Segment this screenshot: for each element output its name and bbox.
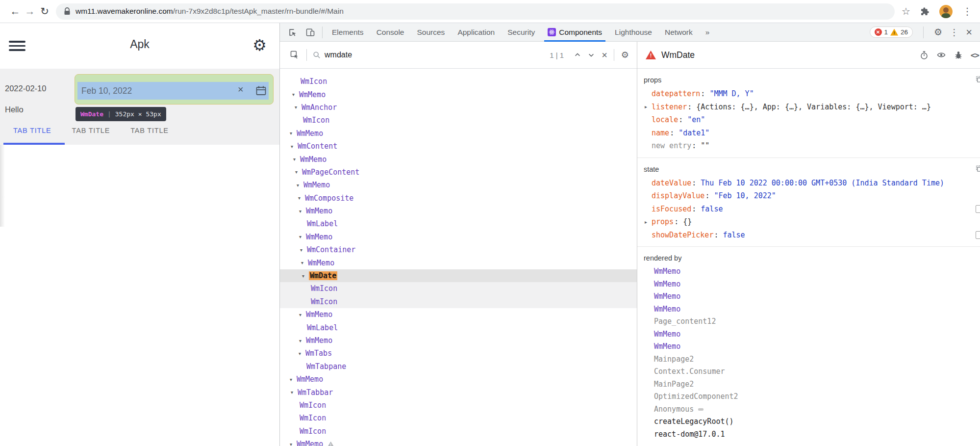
inspect-component-icon[interactable] [286,50,303,60]
tree-row-WmMemo[interactable]: ▾WmMemo [280,308,637,321]
state-row-isFocused[interactable]: isFocused:false [637,203,980,216]
tree-row-WmMemo[interactable]: ▾WmMemo [280,373,637,386]
app-settings-gear-icon[interactable]: ⚙ [252,36,267,54]
tree-row-WmAnchor[interactable]: ▾WmAnchor [280,101,637,114]
expand-arrow-icon[interactable]: ▸ [645,104,652,109]
inspect-element-icon[interactable] [284,27,302,37]
forward-button[interactable]: → [23,5,37,17]
devtools-close-icon[interactable]: × [966,26,972,39]
issues-badge[interactable]: ✕ 1 ! 26 [870,26,913,38]
tree-row-WmComposite[interactable]: ▾WmComposite [280,192,637,205]
log-component-bug-icon[interactable] [954,51,963,60]
tree-row-WmMemo[interactable]: ▾WmMemo [280,205,637,217]
rendered-by-item[interactable]: WmMemo [637,328,980,341]
devtools-tab-application[interactable]: Application [451,23,501,42]
props-row-listener[interactable]: ▸listener:{Actions: {…}, App: {…}, Varia… [637,101,980,114]
components-search-input[interactable]: wmdate [325,51,550,59]
tree-row-WmTabpane[interactable]: WmTabpane [280,360,637,373]
devtools-menu-icon[interactable]: ⋮ [950,27,958,38]
tree-row-WmIcon[interactable]: WmIcon [280,425,637,438]
url-bar[interactable]: wm11.wavemakeronline.com/run-7x9x2d8c1p/… [56,3,895,20]
tree-row-WmIcon[interactable]: WmIcon [280,114,637,127]
tree-row-WmContainer[interactable]: ▾WmContainer [280,243,637,256]
tree-row-WmMemo[interactable]: ▾WmMemo [280,127,637,140]
expander-icon[interactable]: ▾ [297,183,303,188]
tree-row-WmIcon[interactable]: WmIcon [280,399,637,412]
boolean-checkbox[interactable] [976,205,980,213]
tree-row-WmIcon[interactable]: WmIcon [280,412,637,424]
expander-icon[interactable]: ▾ [290,377,297,382]
boolean-checkbox[interactable] [976,231,980,239]
expander-icon[interactable]: ▾ [295,105,302,110]
expander-icon[interactable]: ▾ [292,92,299,97]
tree-row-WmMemo[interactable]: ▾WmMemo! [280,438,637,446]
props-row-new-entry[interactable]: new entry:"" [637,139,980,153]
tree-row-WmMemo[interactable]: ▾WmMemo [280,153,637,165]
expander-icon[interactable]: ▾ [290,442,297,446]
clear-search-icon[interactable]: × [598,50,611,61]
expand-arrow-icon[interactable]: ▸ [645,219,652,225]
view-source-icon[interactable]: <> [971,51,979,60]
tree-row-WmMemo[interactable]: ▾WmMemo [280,256,637,269]
tree-row-WmLabel[interactable]: WmLabel [280,321,637,334]
state-row-props[interactable]: ▸props:{} [637,215,980,229]
expander-icon[interactable]: ▾ [298,195,305,201]
devtools-tab-security[interactable]: Security [501,23,541,42]
next-result-icon[interactable] [584,52,598,58]
devtools-settings-gear-icon[interactable]: ⚙ [934,26,942,38]
app-tab[interactable]: TAB TITLE [130,127,169,145]
tree-row-WmIcon[interactable]: WmIcon [280,282,637,295]
tree-row-WmIcon[interactable]: WmIcon [280,295,637,308]
copy-state-icon[interactable] [975,165,980,172]
props-row-locale[interactable]: locale:"en" [637,113,980,127]
tree-row-WmMemo[interactable]: ▾WmMemo [280,179,637,191]
devtools-tab-lighthouse[interactable]: Lighthouse [608,23,658,42]
tree-row-WmMemo[interactable]: ▾WmMemo [280,334,637,347]
reload-button[interactable]: ↻ [37,5,52,17]
tree-row-WmLabel[interactable]: WmLabel [280,217,637,230]
devtools-tab-network[interactable]: Network [658,23,699,42]
suspense-timer-icon[interactable] [920,51,929,60]
expander-icon[interactable]: ▾ [302,273,309,279]
previous-result-icon[interactable] [571,52,584,58]
tree-row-WmIcon[interactable]: WmIcon [280,75,637,88]
inspect-dom-eye-icon[interactable] [936,51,946,59]
expander-icon[interactable]: ▾ [299,338,306,343]
expander-icon[interactable]: ▾ [301,260,308,265]
props-row-datepattern[interactable]: datepattern:"MMM D, Y" [637,87,980,101]
rendered-by-item[interactable]: WmMemo [637,341,980,353]
tree-row-WmContent[interactable]: ▾WmContent [280,140,637,153]
tree-row-WmPageContent[interactable]: ▾WmPageContent [280,166,637,179]
expander-icon[interactable]: ▾ [291,144,298,149]
app-tab[interactable]: TAB TITLE [13,127,51,145]
profile-avatar[interactable] [939,5,953,18]
devtools-tab-sources[interactable]: Sources [411,23,452,42]
rendered-by-item[interactable]: WmMemo [637,290,980,303]
expander-icon[interactable]: ▾ [299,209,306,214]
tree-row-WmMemo[interactable]: ▾WmMemo [280,231,637,243]
expander-icon[interactable]: ▾ [293,157,300,162]
tree-row-WmTabs[interactable]: ▾WmTabs [280,347,637,360]
back-button[interactable]: ← [8,5,23,17]
expander-icon[interactable]: ▾ [299,234,306,239]
app-tab[interactable]: TAB TITLE [72,127,110,145]
rendered-by-item[interactable]: WmMemo [637,265,980,278]
expander-icon[interactable]: ▾ [291,390,298,395]
clear-date-icon[interactable]: × [238,84,244,95]
state-row-displayValue[interactable]: displayValue:"Feb 10, 2022" [637,189,980,203]
copy-props-icon[interactable] [975,76,980,83]
browser-menu-icon[interactable]: ⋮ [962,5,972,17]
expander-icon[interactable]: ▾ [295,169,302,175]
tree-row-WmDate[interactable]: ▾WmDate [280,269,637,282]
bookmark-star-icon[interactable]: ☆ [902,5,910,17]
expander-icon[interactable]: ▾ [290,131,297,136]
rendered-by-item[interactable]: WmMemo [637,303,980,316]
devtools-tab-elements[interactable]: Elements [326,23,370,42]
props-row-name[interactable]: name:"date1" [637,127,980,140]
devtools-tab-components[interactable]: Components [541,23,608,42]
expander-icon[interactable]: ▾ [300,247,307,253]
calendar-icon[interactable] [255,85,267,97]
devtools-tab-console[interactable]: Console [370,23,411,42]
tree-row-WmTabbar[interactable]: ▾WmTabbar [280,386,637,398]
components-settings-gear-icon[interactable]: ⚙ [617,50,631,60]
